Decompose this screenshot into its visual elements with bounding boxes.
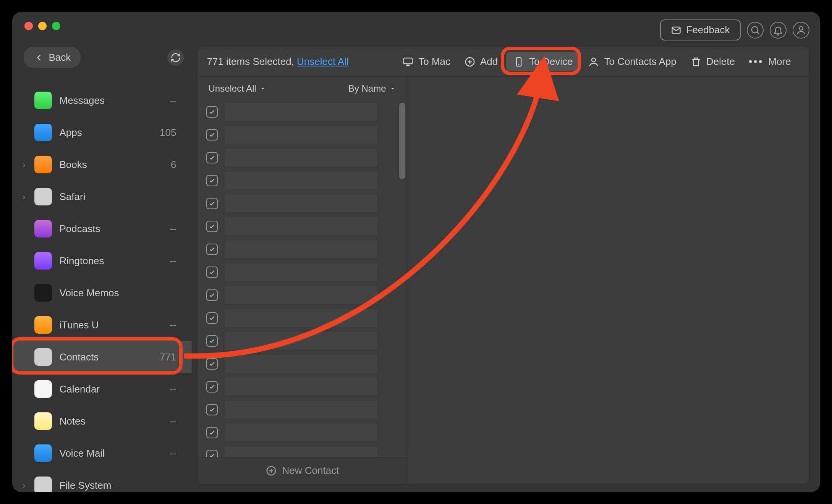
checkbox-icon[interactable] <box>206 335 218 347</box>
list-item-placeholder <box>225 309 377 327</box>
sidebar-item-safari[interactable]: ›Safari <box>12 181 192 213</box>
list-item[interactable] <box>198 169 407 192</box>
sidebar-item-label: Books <box>60 159 171 171</box>
contacts-app-icon <box>34 348 52 366</box>
books-app-icon <box>34 156 52 173</box>
sidebar-item-voicememos[interactable]: Voice Memos <box>12 277 192 309</box>
checkbox-icon[interactable] <box>206 267 218 278</box>
checkbox-icon[interactable] <box>206 221 218 232</box>
list-item[interactable] <box>198 100 407 123</box>
more-button[interactable]: ••• More <box>742 52 798 71</box>
more-label: More <box>768 56 791 68</box>
user-icon <box>796 25 806 36</box>
sidebar-item-contacts[interactable]: Contacts771 <box>12 341 192 373</box>
main-panel: 771 items Selected, Unselect All To Mac … <box>198 47 809 484</box>
checkbox-icon[interactable] <box>206 152 218 163</box>
sidebar-item-label: Ringtones <box>60 255 170 267</box>
delete-label: Delete <box>706 56 735 68</box>
zoom-icon[interactable] <box>52 22 60 30</box>
sidebar-item-filesystem[interactable]: ›File System <box>12 469 192 492</box>
checkbox-icon[interactable] <box>206 404 218 415</box>
checkbox-icon[interactable] <box>206 106 218 118</box>
list-item[interactable] <box>198 375 407 398</box>
close-icon[interactable] <box>24 22 33 30</box>
refresh-button[interactable] <box>167 49 184 66</box>
list-item[interactable] <box>198 307 407 330</box>
checkbox-icon[interactable] <box>206 312 218 324</box>
minimize-icon[interactable] <box>38 22 47 30</box>
sidebar-header: Back <box>24 47 184 68</box>
sidebar-item-messages[interactable]: Messages-- <box>12 84 192 116</box>
list-item[interactable] <box>198 215 407 238</box>
to-contacts-app-button[interactable]: To Contacts App <box>581 52 683 71</box>
to-mac-button[interactable]: To Mac <box>395 52 457 71</box>
chevron-down-icon <box>389 85 396 92</box>
list-item-placeholder <box>225 424 377 441</box>
checkbox-icon[interactable] <box>206 198 218 209</box>
chevron-right-icon: › <box>23 160 34 169</box>
header-right: Feedback <box>660 19 809 40</box>
checkbox-icon[interactable] <box>206 244 218 255</box>
list-item[interactable] <box>198 421 407 444</box>
checkbox-icon[interactable] <box>206 427 218 438</box>
delete-button[interactable]: Delete <box>683 52 742 71</box>
list-item[interactable] <box>198 352 407 375</box>
unselect-all-link[interactable]: Unselect All <box>297 56 349 67</box>
notes-app-icon <box>34 412 52 430</box>
back-label: Back <box>49 52 71 63</box>
sidebar-item-itunesu[interactable]: iTunes U-- <box>12 309 192 341</box>
list-item[interactable] <box>198 284 407 307</box>
sidebar-item-apps[interactable]: Apps105 <box>12 116 192 149</box>
account-button[interactable] <box>793 22 809 39</box>
checkbox-icon[interactable] <box>206 175 218 186</box>
to-device-button[interactable]: To Device <box>506 52 579 71</box>
new-contact-button[interactable]: New Contact <box>198 457 407 484</box>
bell-icon <box>773 25 783 36</box>
list-item[interactable] <box>198 123 407 146</box>
voicemail-app-icon <box>34 444 52 462</box>
list-item[interactable] <box>198 398 407 421</box>
checkbox-icon[interactable] <box>206 381 218 393</box>
notifications-button[interactable] <box>770 22 787 39</box>
list-item[interactable] <box>198 330 407 352</box>
sidebar-item-voicemail[interactable]: Voice Mail-- <box>12 437 192 469</box>
checkbox-icon[interactable] <box>206 129 218 141</box>
sidebar-item-books[interactable]: ›Books6 <box>12 149 192 181</box>
add-button[interactable]: Add <box>457 52 505 71</box>
list-item[interactable] <box>198 261 407 284</box>
list-item-placeholder <box>225 263 377 281</box>
search-icon <box>750 25 761 36</box>
mail-icon <box>671 25 681 36</box>
list-item[interactable] <box>198 444 407 457</box>
contact-list-pane: New Contact <box>198 100 407 484</box>
person-icon <box>588 56 599 68</box>
search-button[interactable] <box>747 22 764 39</box>
sidebar-item-count: -- <box>170 415 176 427</box>
to-device-label: To Device <box>529 56 573 68</box>
unselect-all-dropdown[interactable]: Unselect All <box>209 83 266 94</box>
contact-rows[interactable] <box>198 100 407 457</box>
checkbox-icon[interactable] <box>206 358 218 370</box>
calendar-app-icon <box>34 380 52 398</box>
selection-info: 771 items Selected, Unselect All <box>207 56 349 68</box>
unselect-all-label: Unselect All <box>209 83 256 94</box>
svg-point-6 <box>592 58 596 62</box>
sidebar-item-podcasts[interactable]: Podcasts-- <box>12 213 192 245</box>
checkbox-icon[interactable] <box>206 450 218 457</box>
checkbox-icon[interactable] <box>206 289 218 301</box>
list-item[interactable] <box>198 238 407 261</box>
list-item-placeholder <box>225 401 377 418</box>
toolbar: 771 items Selected, Unselect All To Mac … <box>198 47 809 77</box>
sidebar-item-label: Calendar <box>60 383 170 395</box>
list-item[interactable] <box>198 192 407 215</box>
scrollbar-thumb[interactable] <box>399 103 405 179</box>
sidebar-item-calendar[interactable]: Calendar-- <box>12 373 192 405</box>
list-item[interactable] <box>198 146 407 169</box>
sidebar-item-notes[interactable]: Notes-- <box>12 405 192 437</box>
back-button[interactable]: Back <box>24 47 81 68</box>
sort-dropdown[interactable]: By Name <box>348 83 396 94</box>
list-item-placeholder <box>225 218 377 235</box>
sidebar-item-label: Safari <box>60 191 176 203</box>
sidebar-item-ringtones[interactable]: Ringtones-- <box>12 245 192 277</box>
feedback-button[interactable]: Feedback <box>660 19 740 40</box>
